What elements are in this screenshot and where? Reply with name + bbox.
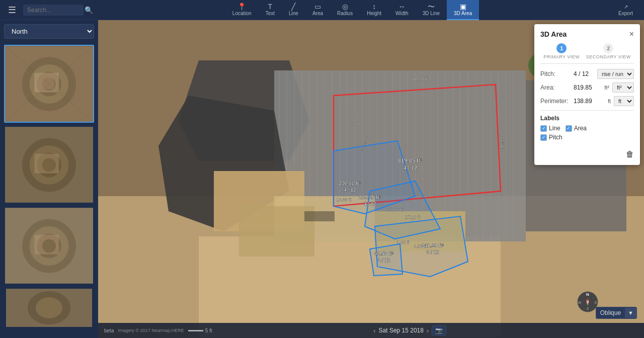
svg-rect-14: [34, 154, 59, 174]
panel-divider: [540, 110, 634, 111]
svg-rect-6: [39, 76, 54, 89]
tool-width[interactable]: ↔ Width: [388, 0, 416, 20]
tool-text-label: Text: [266, 11, 275, 16]
tool-area[interactable]: ▭ Area: [305, 0, 330, 20]
svg-text:4 / 12: 4 / 12: [343, 187, 356, 193]
thumbnail-4-image: [5, 289, 93, 327]
scale-bar: 5 ft: [188, 328, 212, 333]
svg-text:3 / 12: 3 / 12: [426, 249, 439, 255]
pitch-value: 4 / 12: [574, 70, 595, 77]
thumbnail-4[interactable]: [4, 288, 94, 328]
svg-point-23: [36, 297, 62, 318]
oblique-label: Oblique: [596, 307, 625, 318]
svg-text:819.85 ft²: 819.85 ft²: [398, 157, 422, 163]
svg-text:E: E: [595, 301, 597, 304]
area-value: 819.85: [574, 84, 602, 91]
3d-area-icon: ▣: [460, 3, 466, 10]
label-option-pitch[interactable]: Pitch: [540, 134, 562, 141]
text-icon: T: [268, 3, 273, 10]
tool-radius[interactable]: ◎ Radius: [330, 0, 360, 20]
svg-rect-20: [34, 235, 59, 255]
toolbar: ☰ 🔍 📍 Location T Text ╱ Line ▭ Area ◎ Ra…: [0, 0, 644, 20]
main-content: North South East West: [0, 20, 644, 338]
area-unit-dropdown[interactable]: ft² m²: [612, 82, 634, 93]
svg-text:60.89 ft: 60.89 ft: [413, 76, 428, 81]
area-row: Area: 819.85 ft² ft² m²: [540, 82, 634, 93]
tab-secondary-label: SECONDARY VIEW: [586, 54, 631, 59]
delete-button[interactable]: 🗑: [626, 150, 634, 159]
label-line-text: Line: [549, 125, 560, 132]
tab-primary-num: 1: [556, 43, 567, 53]
radius-icon: ◎: [342, 3, 348, 10]
svg-text:15.64 ft: 15.64 ft: [387, 207, 403, 212]
tool-text[interactable]: T Text: [259, 0, 282, 20]
perimeter-unit: ft: [608, 98, 611, 104]
tab-secondary-num: 2: [603, 43, 613, 53]
label-area-text: Area: [574, 125, 587, 132]
menu-button[interactable]: ☰: [4, 0, 20, 20]
tool-area-label: Area: [312, 11, 323, 16]
pitch-checkbox[interactable]: [540, 134, 547, 141]
panel-close-button[interactable]: ×: [629, 30, 634, 38]
area-checkbox[interactable]: [566, 125, 572, 132]
pitch-row: Pitch: 4 / 12 rise / run degrees percent: [540, 69, 634, 79]
oblique-control: Oblique ▼: [596, 307, 637, 319]
svg-text:S: S: [587, 307, 589, 310]
tool-height[interactable]: ↕ Height: [360, 0, 388, 20]
tool-height-label: Height: [367, 11, 381, 16]
thumbnail-3[interactable]: [4, 207, 94, 285]
tool-radius-label: Radius: [337, 11, 353, 16]
right-panel: 3D Area × 1 PRIMARY VIEW 2 SECONDARY VIE…: [534, 24, 640, 165]
search-input[interactable]: [23, 5, 84, 16]
camera-button[interactable]: 📷: [432, 325, 446, 335]
svg-text:9.53 ft: 9.53 ft: [414, 244, 427, 249]
height-icon: ↕: [372, 3, 376, 10]
3d-line-icon: 〜: [428, 3, 435, 10]
tool-3d-line[interactable]: 〜 3D Line: [416, 0, 447, 20]
svg-text:23.75 ft: 23.75 ft: [500, 133, 505, 149]
date-prev-button[interactable]: ‹: [373, 327, 375, 334]
map-area[interactable]: 819.85 ft² 4 / 12 230.81 ft² 4 / 12 229.…: [98, 20, 644, 338]
tab-primary-label: PRIMARY VIEW: [543, 54, 580, 59]
label-option-area[interactable]: Area: [566, 125, 587, 132]
tab-secondary-view[interactable]: 2 SECONDARY VIEW: [586, 43, 631, 59]
date-label: Sat Sep 15 2018: [379, 327, 424, 334]
pitch-label: Pitch:: [540, 70, 572, 77]
pitch-dropdown[interactable]: rise / run degrees percent: [597, 69, 634, 79]
bottom-center: ‹ Sat Sep 15 2018 › 📷: [373, 325, 446, 335]
tool-3d-area-label: 3D Area: [454, 11, 472, 16]
svg-text:229.15 ft²: 229.15 ft²: [359, 195, 381, 200]
svg-text:17.19 ft: 17.19 ft: [405, 215, 421, 220]
svg-text:W: W: [578, 301, 582, 304]
label-options-row1: Line Area: [540, 125, 634, 132]
export-icon: ↗: [624, 4, 628, 10]
svg-text:13.88 ft: 13.88 ft: [336, 197, 352, 202]
perimeter-unit-dropdown[interactable]: ft m: [614, 96, 634, 106]
imagery-credit: Imagery © 2017 Nearmap,HERE: [118, 328, 184, 333]
tool-export[interactable]: ↗ Export: [611, 0, 640, 20]
label-pitch-text: Pitch: [549, 134, 562, 141]
tab-primary-view[interactable]: 1 PRIMARY VIEW: [543, 43, 580, 59]
tool-line-label: Line: [289, 11, 298, 16]
perimeter-row: Perimeter: 138.89 ft ft m: [540, 96, 634, 106]
panel-view-tabs: 1 PRIMARY VIEW 2 SECONDARY VIEW: [540, 43, 634, 64]
date-next-button[interactable]: ›: [427, 327, 429, 334]
line-checkbox[interactable]: [540, 125, 547, 132]
label-option-line[interactable]: Line: [540, 125, 560, 132]
toolbar-tools: 📍 Location T Text ╱ Line ▭ Area ◎ Radius…: [93, 0, 611, 20]
area-icon: ▭: [314, 3, 321, 10]
oblique-dropdown-button[interactable]: ▼: [625, 308, 636, 318]
tool-line[interactable]: ╱ Line: [282, 0, 305, 20]
compass: N S W E: [577, 291, 599, 313]
tool-3d-line-label: 3D Line: [423, 11, 440, 16]
scale-label: 5 ft: [205, 328, 212, 333]
thumbnail-1[interactable]: [4, 45, 94, 123]
tool-width-label: Width: [395, 11, 409, 16]
view-dropdown[interactable]: North South East West: [4, 24, 94, 39]
location-icon: 📍: [237, 3, 246, 10]
thumbnail-2[interactable]: [4, 126, 94, 204]
tool-3d-area[interactable]: ▣ 3D Area: [447, 0, 479, 20]
tool-location[interactable]: 📍 Location: [225, 0, 259, 20]
panel-header: 3D Area ×: [540, 30, 634, 38]
labels-section: Labels Line Area Pitch: [540, 115, 634, 141]
